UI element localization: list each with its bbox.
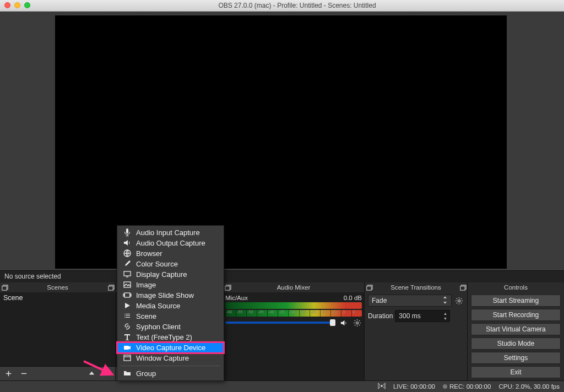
duration-spinbox[interactable]: 300 ms ▲ ▼ xyxy=(395,310,450,322)
link-icon xyxy=(123,322,132,331)
source-status-strip: No source selected xyxy=(0,270,564,283)
dock-title: Scenes xyxy=(47,284,68,291)
add-scene-button[interactable] xyxy=(3,369,13,379)
menu-item-window-capture[interactable]: Window Capture xyxy=(117,353,224,363)
minimize-window-button[interactable] xyxy=(14,2,20,8)
svg-point-15 xyxy=(458,300,460,302)
dock-controls: Controls Start Streaming Start Recording… xyxy=(468,282,564,380)
svg-rect-9 xyxy=(108,286,112,290)
menu-item-syphon-client[interactable]: Syphon Client xyxy=(117,322,224,332)
svg-rect-14 xyxy=(460,286,464,290)
menu-item-scene[interactable]: Scene xyxy=(117,311,224,322)
scene-item[interactable]: Scene xyxy=(0,292,115,303)
menu-item-media-source[interactable]: Media Source xyxy=(117,301,224,311)
dock-popout-icon[interactable] xyxy=(0,283,9,292)
zoom-window-button[interactable] xyxy=(24,2,30,8)
remove-scene-button[interactable] xyxy=(19,369,29,379)
menu-item-label: Image Slide Show xyxy=(136,291,194,300)
status-bar: LIVE: 00:00:00 REC: 00:00:00 CPU: 2.0%, … xyxy=(0,380,564,392)
close-window-button[interactable] xyxy=(4,2,10,8)
svg-rect-6 xyxy=(124,346,129,350)
dock-title: Audio Mixer xyxy=(277,284,311,291)
dock-popout-icon[interactable] xyxy=(223,283,232,292)
display-icon xyxy=(123,270,132,279)
svg-rect-8 xyxy=(2,286,6,290)
camera-icon xyxy=(123,343,132,352)
svg-rect-4 xyxy=(123,294,124,296)
svg-rect-1 xyxy=(124,271,131,276)
menu-item-label: Color Source xyxy=(136,260,178,268)
studio-mode-button[interactable]: Studio Mode xyxy=(471,337,561,350)
menu-item-audio-output-capture[interactable]: Audio Output Capture xyxy=(117,238,224,248)
menu-item-label: Window Capture xyxy=(136,354,189,362)
dock-scene-transitions: Scene Transitions Fade xyxy=(365,282,468,380)
menu-item-label: Video Capture Device xyxy=(136,344,205,352)
menu-item-color-source[interactable]: Color Source xyxy=(117,259,224,269)
list-icon xyxy=(123,312,132,320)
play-icon xyxy=(123,301,132,310)
menu-item-image-slideshow[interactable]: Image Slide Show xyxy=(117,290,224,301)
preview-area: Audio Input Capture Audio Output Capture… xyxy=(0,12,564,270)
menu-item-label: Browser xyxy=(136,249,162,258)
mixer-track: Mic/Aux 0.0 dB -60-55-50-45-40-35-30-25-… xyxy=(225,293,362,328)
dock-audio-mixer: Audio Mixer Mic/Aux 0.0 dB -60-55-50-45-… xyxy=(223,282,365,380)
menu-item-label: Syphon Client xyxy=(136,323,181,331)
mic-icon xyxy=(123,228,132,237)
slideshow-icon xyxy=(123,291,132,300)
menu-item-image[interactable]: Image xyxy=(117,280,224,290)
transition-select[interactable]: Fade xyxy=(368,295,452,307)
duration-label: Duration xyxy=(368,312,393,320)
svg-rect-3 xyxy=(124,293,130,297)
volume-meter: -60-55-50-45-40-35-30-25-20-15-10-50 xyxy=(225,310,362,317)
dock-title: Scene Transitions xyxy=(391,284,441,291)
volume-meter xyxy=(225,302,362,309)
start-streaming-button[interactable]: Start Streaming xyxy=(471,295,561,307)
scenes-list[interactable]: Scene xyxy=(0,292,115,366)
annotation-arrow xyxy=(83,360,116,380)
volume-slider[interactable] xyxy=(225,322,335,324)
menu-item-group[interactable]: Group xyxy=(117,368,224,379)
start-virtual-camera-button[interactable]: Start Virtual Camera xyxy=(471,323,561,335)
menu-item-label: Display Capture xyxy=(136,270,187,279)
svg-rect-13 xyxy=(366,286,371,290)
globe-icon xyxy=(123,249,132,258)
exit-button[interactable]: Exit xyxy=(471,366,561,378)
menu-item-label: Audio Output Capture xyxy=(136,239,205,247)
menu-separator xyxy=(121,366,220,366)
menu-item-label: Scene xyxy=(136,312,156,320)
live-status: LIVE: 00:00:00 xyxy=(393,383,435,390)
speaker-icon xyxy=(123,238,132,247)
start-recording-button[interactable]: Start Recording xyxy=(471,309,561,321)
menu-item-display-capture[interactable]: Display Capture xyxy=(117,269,224,280)
spin-down-icon[interactable]: ▼ xyxy=(442,316,448,321)
menu-item-browser[interactable]: Browser xyxy=(117,248,224,259)
chevron-updown-icon xyxy=(442,296,448,306)
image-icon xyxy=(123,280,132,289)
svg-rect-2 xyxy=(124,282,131,287)
transition-properties-button[interactable] xyxy=(454,296,464,306)
titlebar: OBS 27.0.0 (mac) - Profile: Untitled - S… xyxy=(0,0,564,12)
rec-status: REC: 00:00:00 xyxy=(449,383,491,390)
dock-popout-icon[interactable] xyxy=(458,283,467,292)
dock-popout-icon[interactable] xyxy=(106,283,115,292)
menu-item-text[interactable]: Text (FreeType 2) xyxy=(117,332,224,342)
cpu-status: CPU: 2.0%, 30.00 fps xyxy=(498,383,560,390)
record-dot-icon xyxy=(443,384,447,389)
svg-point-12 xyxy=(356,322,358,324)
svg-point-16 xyxy=(381,385,383,387)
menu-item-audio-input-capture[interactable]: Audio Input Capture xyxy=(117,227,224,238)
broadcast-icon xyxy=(378,382,386,391)
settings-button[interactable]: Settings xyxy=(471,352,561,364)
svg-rect-7 xyxy=(124,355,131,361)
track-name: Mic/Aux xyxy=(225,295,248,301)
no-source-label: No source selected xyxy=(4,273,560,280)
spin-up-icon[interactable]: ▲ xyxy=(442,311,448,316)
dock-popout-icon[interactable] xyxy=(365,283,373,292)
folder-icon xyxy=(123,369,132,378)
track-settings-button[interactable] xyxy=(352,318,362,328)
menu-item-video-capture-device[interactable]: Video Capture Device xyxy=(117,342,224,353)
mute-button[interactable] xyxy=(339,318,349,328)
brush-icon xyxy=(123,259,132,268)
window-icon xyxy=(123,353,132,362)
svg-rect-11 xyxy=(225,286,229,290)
